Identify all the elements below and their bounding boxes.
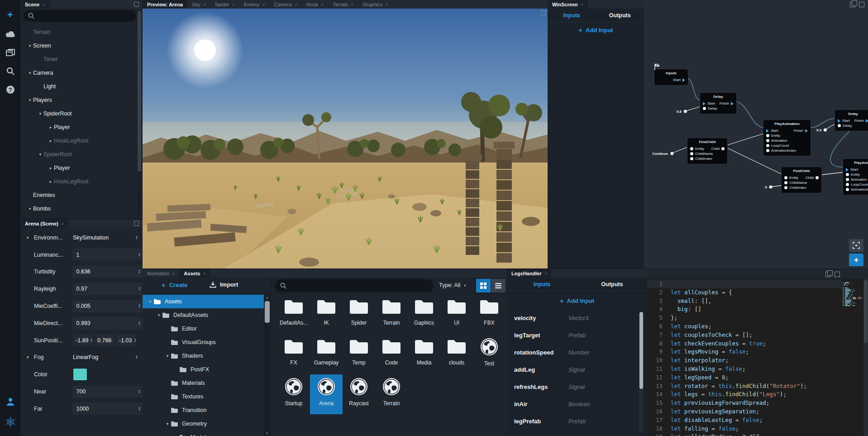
windows-icon[interactable] bbox=[0, 45, 20, 60]
asset-item-fbx[interactable]: FBX bbox=[473, 295, 506, 335]
scene-tree-item[interactable]: ▸Player bbox=[20, 120, 136, 134]
close-icon[interactable]: × bbox=[203, 2, 205, 7]
graph-node-delay[interactable]: DelayStartFinishDelay bbox=[835, 110, 868, 131]
assets-tree-item[interactable]: ▾Assets bbox=[143, 295, 264, 308]
input-port-animation[interactable]: Animation bbox=[846, 177, 867, 182]
input-port-animationindex[interactable]: AnimationIndex bbox=[846, 187, 868, 192]
stepper-down-icon[interactable]: ▼ bbox=[138, 409, 141, 411]
account-icon[interactable] bbox=[0, 394, 20, 409]
type-filter-dropdown[interactable]: Type: All ▾ bbox=[439, 282, 466, 288]
chevron-down-icon[interactable]: ▾ bbox=[164, 354, 171, 358]
chevron-down-icon[interactable]: ▾ bbox=[164, 422, 171, 426]
stepper-down-icon[interactable]: ▼ bbox=[138, 392, 141, 394]
assets-tree-item[interactable]: Materials bbox=[143, 376, 264, 390]
asset-item-spider[interactable]: Spider bbox=[343, 295, 375, 335]
asset-item-gameplay[interactable]: Gameplay bbox=[310, 335, 343, 374]
chevron-down-icon[interactable]: ▾ bbox=[27, 43, 33, 48]
property-vector-field[interactable]: 0.768▲▼ bbox=[95, 334, 114, 346]
tab-inputs[interactable]: Inputs bbox=[507, 278, 577, 291]
tab-scene[interactable]: Scene × bbox=[20, 0, 50, 9]
scene-tree-item[interactable]: ▾Players bbox=[20, 93, 136, 107]
graph-node-playanimation[interactable]: PlayAnimationStartFinishEntityAnimationL… bbox=[763, 120, 811, 156]
tab-camera[interactable]: Camera× bbox=[270, 0, 302, 9]
chevron-down-icon[interactable]: ▾ bbox=[27, 355, 33, 359]
stepper-down-icon[interactable]: ▼ bbox=[135, 357, 138, 359]
input-port-childindex[interactable]: ChildIndex bbox=[690, 157, 712, 161]
tab-animation[interactable]: Animation× bbox=[143, 269, 179, 278]
close-icon[interactable]: × bbox=[203, 271, 205, 276]
stepper-icon[interactable]: ▲▼ bbox=[132, 338, 136, 343]
stepper-icon[interactable]: ▲▼ bbox=[89, 338, 93, 343]
output-port-finish[interactable]: Finish bbox=[720, 101, 734, 105]
chevron-down-icon[interactable]: ▾ bbox=[37, 152, 43, 157]
create-button[interactable]: + Create bbox=[162, 281, 187, 289]
add-node-button[interactable]: + bbox=[849, 254, 863, 266]
scene-tree-item[interactable]: Terrain bbox=[20, 25, 136, 39]
input-port-start[interactable]: Start bbox=[838, 119, 850, 123]
io-row-rotationspeed[interactable]: rotationSpeedNumber bbox=[507, 344, 635, 361]
input-port-childindex[interactable]: ChildIndex bbox=[784, 186, 806, 190]
stepper-icon[interactable]: ▲▼ bbox=[134, 355, 138, 359]
asset-item-temp[interactable]: Temp bbox=[343, 335, 375, 374]
input-port-loopcount[interactable]: LoopCount bbox=[766, 144, 789, 148]
scene-tree-item[interactable]: ▸HookLegRoot bbox=[20, 175, 136, 188]
chevron-right-icon[interactable]: ▸ bbox=[48, 179, 54, 184]
tab-preview-arena[interactable]: Preview: Arena bbox=[143, 0, 187, 9]
input-port-childname[interactable]: ChildName bbox=[784, 181, 807, 185]
property-value-dropdown[interactable]: SkySimulation bbox=[73, 235, 109, 241]
asset-item-defaultas-[interactable]: DefaultAs... bbox=[277, 295, 310, 335]
output-port-child[interactable]: Child bbox=[711, 147, 725, 151]
dock-icon[interactable] bbox=[541, 10, 546, 15]
close-icon[interactable]: × bbox=[351, 2, 353, 7]
tab-legshandler[interactable]: LegsHandler × bbox=[507, 269, 552, 278]
graph-constant[interactable]: 0 bbox=[765, 185, 773, 189]
input-port-loopcount[interactable]: LoopCount bbox=[846, 182, 868, 187]
stepper-icon[interactable]: ▲▼ bbox=[134, 235, 138, 240]
input-port-entity[interactable]: Entity bbox=[690, 147, 704, 151]
legshandler-scrollbar[interactable] bbox=[639, 312, 644, 433]
code-editor-content[interactable]: 12let allCouples = {3 small: [],4 big: [… bbox=[647, 280, 842, 436]
tab-arena-scene[interactable]: Arena (Scene) × bbox=[20, 219, 68, 228]
asset-item-code[interactable]: Code bbox=[375, 335, 408, 374]
stepper-icon[interactable]: ▲▼ bbox=[136, 321, 141, 326]
io-row-refreshlegs[interactable]: refreshLegsSignal bbox=[507, 378, 635, 395]
stepper-icon[interactable]: ▲▼ bbox=[136, 269, 141, 274]
scene-tree-item[interactable]: ▾Screen bbox=[20, 39, 136, 53]
close-icon[interactable]: × bbox=[232, 2, 235, 7]
restore-icon[interactable] bbox=[825, 272, 831, 277]
scroll-down-icon[interactable]: ▼ bbox=[264, 431, 271, 436]
assets-tree-item[interactable]: ▾Shaders bbox=[143, 349, 264, 363]
tab-inputs[interactable]: Inputs bbox=[548, 9, 596, 22]
input-port-entity[interactable]: Entity bbox=[846, 172, 860, 177]
tab-outputs[interactable]: Outputs bbox=[577, 278, 647, 291]
scroll-up-icon[interactable]: ▲ bbox=[264, 296, 271, 300]
assets-tree-item[interactable]: PostFX bbox=[143, 363, 264, 376]
graph-node-findchild[interactable]: FindChildEntityChildChildNameChildIndex bbox=[687, 138, 728, 164]
chevron-down-icon[interactable]: ▾ bbox=[27, 206, 33, 211]
graph-constant[interactable]: 0.8 bbox=[677, 110, 687, 114]
asset-item-test[interactable]: Test bbox=[473, 335, 506, 374]
fit-view-button[interactable] bbox=[849, 239, 863, 252]
property-value-field[interactable]: 0.005▲▼ bbox=[72, 300, 143, 312]
graph-constant[interactable]: Continue bbox=[652, 152, 673, 156]
viewport-3d-scene[interactable] bbox=[143, 9, 548, 268]
chevron-down-icon[interactable]: ▾ bbox=[156, 313, 162, 317]
tab-enemy[interactable]: Enemy× bbox=[239, 0, 270, 9]
assets-tree-item[interactable]: ▾DefaultAssets bbox=[143, 308, 264, 322]
dock-icon[interactable] bbox=[134, 2, 139, 7]
input-port-start[interactable]: Start bbox=[846, 168, 858, 172]
scene-tree-item[interactable]: ▾SpiderRoot bbox=[20, 148, 136, 161]
tab-spider[interactable]: Spider× bbox=[210, 0, 239, 9]
search-icon[interactable] bbox=[0, 63, 20, 79]
assets-tree-item[interactable]: ▾Geometry bbox=[143, 417, 264, 431]
stepper-icon[interactable]: ▲▼ bbox=[111, 338, 114, 343]
assets-tree-item[interactable]: Textures bbox=[143, 390, 264, 403]
scene-tree-item[interactable]: Timer bbox=[20, 53, 136, 66]
input-port-childname[interactable]: ChildName bbox=[690, 152, 713, 156]
scene-scrollbar[interactable] bbox=[137, 10, 142, 217]
tab-terrain[interactable]: Terrain× bbox=[328, 0, 358, 9]
chevron-down-icon[interactable]: ▾ bbox=[147, 299, 153, 304]
io-row-addleg[interactable]: addLegSignal bbox=[507, 361, 635, 378]
chevron-right-icon[interactable]: ▸ bbox=[48, 166, 54, 170]
chevron-down-icon[interactable]: ▾ bbox=[27, 235, 33, 240]
